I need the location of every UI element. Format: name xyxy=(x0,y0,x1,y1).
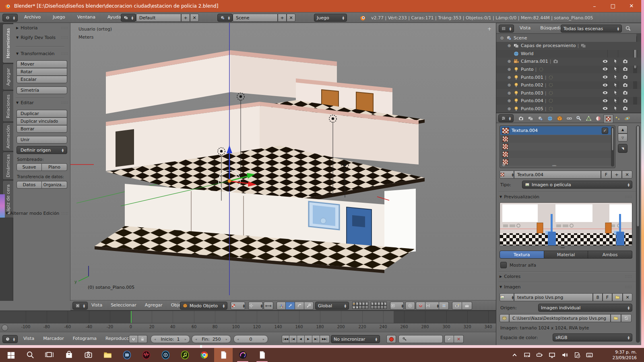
outliner-item-world[interactable]: World xyxy=(496,49,642,58)
add-texture-slot-icon[interactable]: ⊕ xyxy=(502,162,505,167)
unlink-texture-button[interactable]: ✕ xyxy=(622,171,632,179)
timeline-scroller-cap[interactable] xyxy=(2,325,8,331)
toolshelf-tab-animacion[interactable]: Animación xyxy=(2,122,14,151)
tray-expand-tray-icon[interactable] xyxy=(511,352,518,358)
layer-cell[interactable] xyxy=(371,302,374,305)
unir-button[interactable]: Unir xyxy=(17,136,67,144)
expand-expand-icon[interactable]: ⊕ xyxy=(507,59,512,64)
scene-delete-button[interactable]: ✕ xyxy=(287,14,295,22)
texture-slot-empty[interactable] xyxy=(500,150,611,158)
menu-ventana[interactable]: Ventana xyxy=(76,14,96,20)
keyboard-tray-icon[interactable] xyxy=(586,352,593,358)
selectability-toggle[interactable] xyxy=(613,98,619,104)
expand-expand-icon[interactable]: ⊕ xyxy=(507,75,512,80)
timeline-menu-marcador[interactable]: Marcador xyxy=(42,336,65,341)
visibility-toggle[interactable] xyxy=(602,58,608,64)
fake-user-button[interactable]: F xyxy=(601,171,611,179)
timeline-menu-vista[interactable]: Vista xyxy=(23,336,35,341)
layer-cell[interactable] xyxy=(355,302,359,305)
layer-cell[interactable] xyxy=(365,305,368,309)
texture-slot-down-button[interactable]: ▽ xyxy=(618,134,627,142)
outliner-item-punto-005[interactable]: ⊕Punto.005| xyxy=(496,105,642,113)
search-taskbar-button[interactable] xyxy=(21,348,39,362)
plano-button[interactable]: Plano xyxy=(42,163,67,171)
renderability-toggle[interactable] xyxy=(622,82,628,88)
suave-button[interactable]: Suave xyxy=(17,163,42,171)
selectability-toggle[interactable] xyxy=(613,58,619,64)
properties-tab-object-data[interactable] xyxy=(584,114,593,122)
properties-tab-constraints[interactable] xyxy=(565,114,574,122)
properties-tab-world[interactable] xyxy=(545,114,555,122)
scene-selector-field[interactable]: Scene xyxy=(233,14,278,22)
properties-tab-render-layers[interactable] xyxy=(526,114,535,122)
visibility-toggle[interactable] xyxy=(602,90,608,96)
panel-alternar-modo-edicion[interactable]: ▼Alternar modo Edición::::: xyxy=(6,211,69,216)
jump-to-end-button[interactable]: ▶▶| xyxy=(320,335,330,343)
visibility-toggle[interactable] xyxy=(602,98,608,104)
timeline-tracks[interactable] xyxy=(0,311,496,323)
media-app-taskbar-button[interactable] xyxy=(156,348,175,362)
expand-expand-icon[interactable]: ⊕ xyxy=(507,107,512,111)
viewport-editor-type-button[interactable]: ▲▼ xyxy=(72,302,88,310)
outliner-editor-type-button[interactable]: ▲▼ xyxy=(499,25,514,33)
play-reverse-button[interactable]: ◀ xyxy=(297,335,305,343)
insert-keyframe-button[interactable] xyxy=(444,335,454,343)
path-reload-button[interactable] xyxy=(621,314,632,322)
outliner-item-punto-004[interactable]: ⊕Punto.004| xyxy=(496,97,642,105)
layer-cell[interactable] xyxy=(359,305,362,309)
taskbar-clock[interactable]: 9:37 p. m. 23/09/2016 xyxy=(609,349,637,360)
outliner-menu-vista[interactable]: Vista xyxy=(519,25,531,31)
battery-tray-icon[interactable] xyxy=(536,352,543,358)
layer-cell[interactable] xyxy=(362,302,365,305)
viewport-shading-button[interactable]: ▲▼ xyxy=(231,302,245,310)
lock-camera-button[interactable]: ▲▼ xyxy=(390,302,404,310)
layer-cell[interactable] xyxy=(374,302,377,305)
outliner-item-scene[interactable]: ⊖Scene xyxy=(496,34,636,42)
renderability-toggle[interactable] xyxy=(622,66,628,72)
expand-expand-icon[interactable]: ⊕ xyxy=(507,43,512,48)
menu-juego[interactable]: Juego xyxy=(52,14,66,20)
sync-dropdown[interactable]: No sincronizar▲▼ xyxy=(331,335,380,343)
store-taskbar-button[interactable] xyxy=(60,348,78,362)
texture-list-scrollbar[interactable] xyxy=(611,127,614,167)
next-keyframe-button[interactable]: ▶| xyxy=(312,335,320,343)
duplicar-vinculado-button[interactable]: Duplicar vinculado xyxy=(17,117,67,125)
layer-cell[interactable] xyxy=(377,302,380,305)
layer-cell[interactable] xyxy=(384,302,387,305)
image-name-field[interactable]: textura piso Uvs.png xyxy=(514,293,593,301)
image-fake-user-button[interactable]: F xyxy=(603,293,612,301)
snap-element-button[interactable]: ▲▼ xyxy=(425,302,439,310)
simetria-button[interactable]: Simetría xyxy=(17,86,67,94)
previsualizacion-panel-header[interactable]: ▼Previsualización::::: xyxy=(500,194,632,200)
image-path-field[interactable]: C:\Users\Naza\Desktop\textura piso Uvs.p… xyxy=(509,314,611,322)
layer-cell[interactable] xyxy=(380,305,384,309)
texture-slot-menu-button[interactable]: ◥ xyxy=(618,144,627,153)
toolshelf-tab-dinamicas[interactable]: Dinámicas xyxy=(2,152,14,180)
chrome-taskbar-button[interactable] xyxy=(195,348,213,362)
texture-slot-empty[interactable] xyxy=(500,143,611,150)
frame-start-field[interactable]: ◂ Inicio: 1 ▸ xyxy=(151,335,190,343)
pivot-align-button[interactable]: ⟷ xyxy=(264,302,273,310)
rotate-manipulator-button[interactable] xyxy=(295,302,304,310)
opengl-render-anim-button[interactable] xyxy=(462,302,472,310)
selectability-toggle[interactable] xyxy=(613,82,619,88)
notes-tray-icon[interactable] xyxy=(574,352,580,358)
texture-slot-empty[interactable] xyxy=(500,135,611,143)
properties-tab-object[interactable] xyxy=(555,114,564,122)
task-view-taskbar-button[interactable] xyxy=(40,348,59,362)
previous-keyframe-button[interactable]: |◀ xyxy=(289,335,297,343)
menu-archivo[interactable]: Archivo xyxy=(23,14,41,20)
toolshelf-tab-agregar[interactable]: Agregar xyxy=(2,64,14,90)
imagen-panel-header[interactable]: ▼Imagen::::: xyxy=(500,284,632,290)
viewport-3d[interactable]: Usuario (ortog) Meters (0) sotano_Plano.… xyxy=(70,23,496,311)
window-titlebar[interactable]: Blender* [E:\Diseños\diseños blender\dec… xyxy=(0,0,641,12)
music-app-taskbar-button[interactable] xyxy=(175,348,194,362)
volume-tray-icon[interactable] xyxy=(561,352,568,358)
renderability-toggle[interactable] xyxy=(622,105,628,111)
play-button[interactable]: ▶ xyxy=(305,335,312,343)
preview-mode-material[interactable]: Material xyxy=(544,251,588,259)
texture-name-field[interactable]: Textura.004 xyxy=(514,171,601,179)
outliner-item-punto[interactable]: ⊕Punto| xyxy=(496,65,642,73)
expand-expand-icon[interactable]: ⊕ xyxy=(507,83,512,87)
renderability-toggle[interactable] xyxy=(622,74,628,80)
